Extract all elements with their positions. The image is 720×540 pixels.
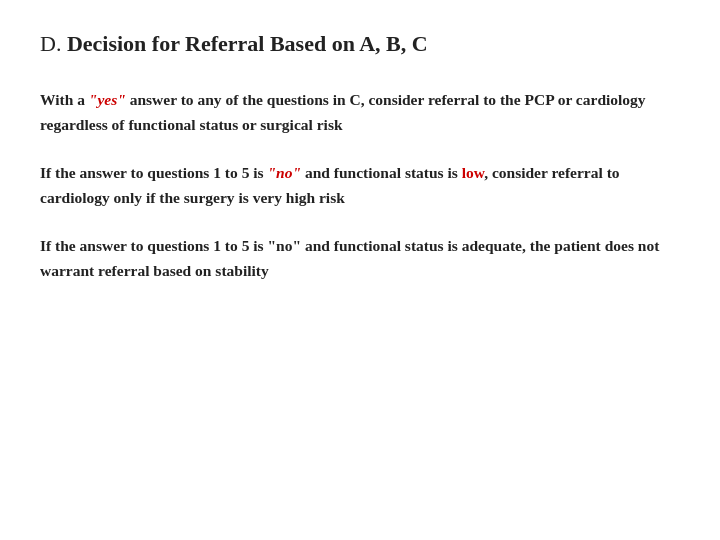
para2-text1: If the answer to questions 1 to 5 is: [40, 164, 268, 181]
para2-text2: and functional status is: [301, 164, 462, 181]
para1-text1: With a: [40, 91, 89, 108]
paragraph-3: If the answer to questions 1 to 5 is "no…: [40, 233, 680, 284]
para2-no: "no": [268, 164, 302, 181]
para3-text: If the answer to questions 1 to 5 is "no…: [40, 237, 659, 280]
title-section: D. Decision for Referral Based on A, B, …: [40, 30, 680, 59]
para1-text2: answer to any of the questions in C, con…: [40, 91, 646, 134]
slide-container: D. Decision for Referral Based on A, B, …: [0, 0, 720, 540]
paragraph-2: If the answer to questions 1 to 5 is "no…: [40, 160, 680, 211]
title-text: Decision for Referral Based on A, B, C: [67, 31, 428, 56]
slide-title: D. Decision for Referral Based on A, B, …: [40, 30, 680, 59]
content-section: With a "yes" answer to any of the questi…: [40, 87, 680, 284]
title-prefix: D.: [40, 31, 67, 56]
para1-yes: "yes": [89, 91, 126, 108]
paragraph-1: With a "yes" answer to any of the questi…: [40, 87, 680, 138]
para2-low: low: [462, 164, 484, 181]
